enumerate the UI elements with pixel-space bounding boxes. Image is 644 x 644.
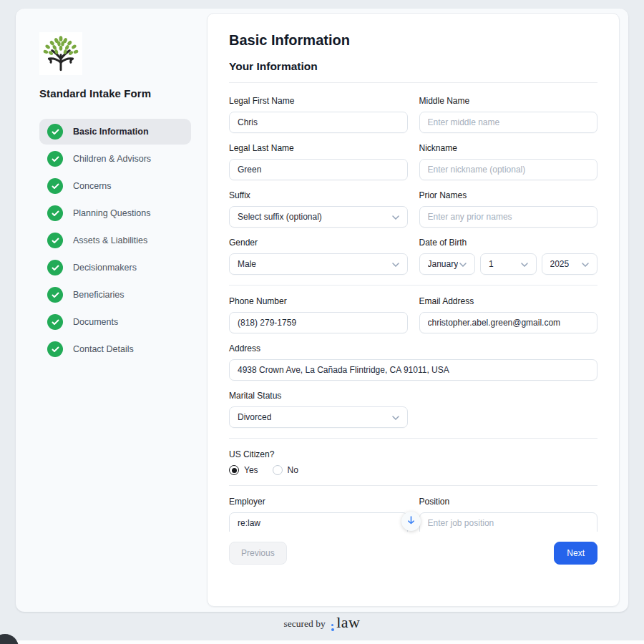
dob-day-value: 1: [489, 259, 494, 269]
check-icon: [47, 287, 63, 303]
dob-year-select[interactable]: 2025: [542, 253, 598, 275]
radio-unchecked-icon: [273, 465, 283, 475]
sidebar-item-assets-liabilities[interactable]: Assets & Liabilities: [39, 228, 191, 253]
sidebar-item-label: Planning Questions: [73, 208, 150, 218]
field-legal-first-name: Legal First Name: [229, 96, 408, 133]
date-of-birth-label: Date of Birth: [419, 238, 598, 248]
field-middle-name: Middle Name: [419, 96, 598, 133]
previous-button[interactable]: Previous: [229, 542, 287, 565]
us-citizen-yes-radio[interactable]: Yes: [229, 465, 258, 475]
check-icon: [47, 233, 63, 248]
next-button[interactable]: Next: [554, 542, 597, 565]
legal-last-name-input[interactable]: [229, 159, 408, 180]
gender-select[interactable]: Male: [229, 253, 408, 275]
address-label: Address: [229, 343, 597, 353]
employer-label: Employer: [229, 497, 408, 507]
main-panel: Standard Intake Form Basic Information C…: [16, 9, 628, 612]
email-label: Email Address: [419, 296, 598, 306]
sidebar-item-label: Concerns: [73, 181, 112, 191]
form-card: Basic Information Your Information Legal…: [207, 13, 620, 607]
check-icon: [47, 124, 63, 140]
section-divider: [229, 438, 597, 439]
marital-status-select[interactable]: Divorced: [229, 406, 408, 428]
sidebar-item-label: Assets & Liabilities: [73, 235, 147, 245]
chevron-down-icon: [521, 259, 528, 269]
nickname-label: Nickname: [419, 143, 598, 153]
suffix-value: Select suffix (optional): [238, 212, 322, 222]
gender-label: Gender: [229, 238, 408, 248]
position-input[interactable]: [419, 512, 598, 532]
sidebar-item-label: Documents: [73, 317, 118, 327]
arrow-down-icon: [407, 516, 415, 527]
field-nickname: Nickname: [419, 143, 598, 180]
section-divider: [229, 485, 597, 486]
field-suffix: Suffix Select suffix (optional): [229, 190, 408, 228]
marital-status-value: Divorced: [238, 412, 271, 422]
dob-day-select[interactable]: 1: [480, 253, 537, 275]
sidebar-item-children-advisors[interactable]: Children & Advisors: [39, 146, 191, 172]
check-icon: [47, 205, 63, 221]
field-legal-last-name: Legal Last Name: [229, 143, 408, 180]
scroll-down-button[interactable]: [401, 512, 421, 531]
sidebar-item-label: Decisionmakers: [73, 263, 137, 273]
marital-status-label: Marital Status: [229, 391, 408, 401]
check-icon: [47, 341, 63, 357]
us-citizen-label: US Citizen?: [229, 449, 597, 459]
brand-name: law: [336, 615, 360, 630]
sidebar-item-planning-questions[interactable]: Planning Questions: [39, 200, 191, 226]
middle-name-label: Middle Name: [419, 96, 598, 106]
position-label: Position: [419, 497, 598, 507]
field-prior-names: Prior Names: [419, 190, 598, 228]
page-title: Basic Information: [229, 32, 597, 49]
suffix-select[interactable]: Select suffix (optional): [229, 206, 408, 228]
email-input[interactable]: [419, 312, 598, 333]
dob-month-select[interactable]: January: [419, 253, 476, 275]
employer-input[interactable]: [229, 512, 408, 532]
sidebar-item-beneficiaries[interactable]: Beneficiaries: [39, 282, 191, 308]
field-position: Position: [419, 497, 598, 532]
sidebar: Standard Intake Form Basic Information C…: [16, 9, 207, 364]
middle-name-input[interactable]: [419, 112, 598, 133]
us-citizen-no-label: No: [288, 465, 298, 475]
dob-year-value: 2025: [550, 259, 570, 269]
chevron-down-icon: [582, 259, 589, 269]
legal-last-name-label: Legal Last Name: [229, 143, 408, 153]
prior-names-input[interactable]: [419, 206, 598, 228]
check-icon: [47, 314, 63, 330]
sidebar-item-decisionmakers[interactable]: Decisionmakers: [39, 255, 191, 280]
step-nav: Basic Information Children & Advisors Co…: [39, 119, 191, 362]
section-title: Your Information: [229, 60, 597, 83]
dob-month-value: January: [428, 259, 459, 269]
check-icon: [47, 178, 63, 194]
sidebar-item-basic-information[interactable]: Basic Information: [39, 119, 191, 145]
chevron-down-icon: [392, 259, 399, 269]
phone-input[interactable]: [229, 312, 408, 333]
field-email: Email Address: [419, 296, 598, 333]
sidebar-item-contact-details[interactable]: Contact Details: [39, 336, 191, 362]
check-icon: [47, 260, 63, 275]
chat-widget-partial[interactable]: [0, 634, 19, 644]
footer: secured by law: [0, 615, 644, 633]
us-citizen-yes-label: Yes: [244, 465, 258, 475]
gender-value: Male: [238, 259, 256, 269]
sidebar-item-label: Children & Advisors: [73, 154, 151, 164]
sidebar-item-documents[interactable]: Documents: [39, 309, 191, 335]
legal-first-name-input[interactable]: [229, 112, 408, 133]
radio-checked-icon: [229, 465, 239, 475]
field-date-of-birth: Date of Birth January 1 2025: [419, 238, 598, 275]
prior-names-label: Prior Names: [419, 190, 598, 200]
secured-by-text: secured by: [284, 618, 326, 630]
chevron-down-icon: [392, 212, 399, 222]
field-gender: Gender Male: [229, 238, 408, 275]
us-citizen-no-radio[interactable]: No: [273, 465, 298, 475]
chevron-down-icon: [392, 412, 399, 422]
suffix-label: Suffix: [229, 190, 408, 200]
nickname-input[interactable]: [419, 159, 598, 180]
bottom-strip: [0, 640, 644, 644]
sidebar-item-label: Beneficiaries: [73, 290, 125, 300]
address-input[interactable]: [229, 359, 597, 381]
legal-first-name-label: Legal First Name: [229, 96, 408, 106]
field-address: Address: [229, 343, 597, 381]
sidebar-item-concerns[interactable]: Concerns: [39, 173, 191, 199]
field-marital-status: Marital Status Divorced: [229, 391, 408, 428]
